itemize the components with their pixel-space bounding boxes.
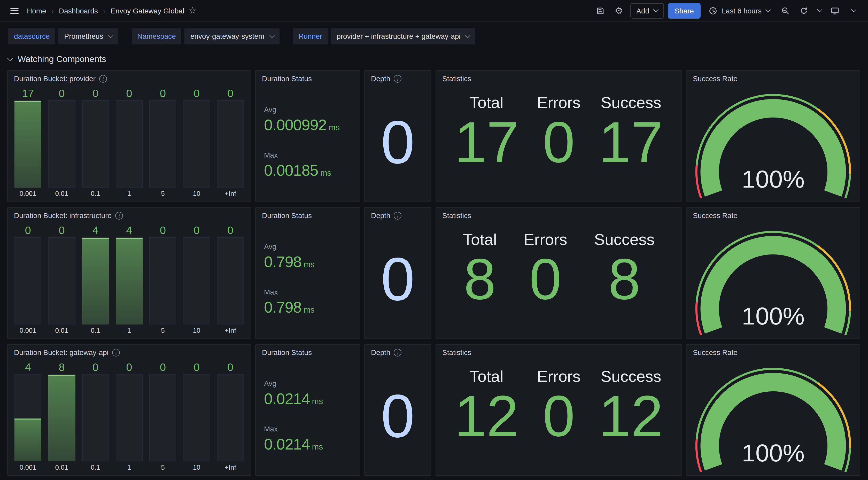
refresh-button[interactable] — [797, 3, 811, 18]
bar-value-label: 0 — [116, 86, 143, 100]
bar-track — [48, 100, 75, 187]
bar-value-label: 17 — [14, 86, 41, 100]
variable-label-namespace[interactable]: Namespace — [132, 28, 182, 44]
breadcrumb-home[interactable]: Home — [27, 6, 46, 15]
panel-header[interactable]: Duration Status — [256, 71, 360, 86]
bar-x-label: 10 — [183, 325, 210, 336]
panel-depth-provider: Depth i 0 — [364, 70, 431, 202]
bar-value-label: 0 — [217, 360, 244, 374]
bar-value-label: 0 — [48, 223, 75, 237]
time-range-picker[interactable]: Last 6 hours — [705, 3, 774, 18]
panel-header[interactable]: Depth i — [365, 71, 431, 86]
cycle-view-mode-button[interactable] — [828, 3, 842, 18]
collapse-navbar-button[interactable] — [846, 3, 861, 18]
bar-x-label: 10 — [183, 187, 210, 200]
panel-title: Duration Bucket: gateway-api — [14, 348, 108, 357]
share-button[interactable]: Share — [668, 3, 701, 18]
bar-column: 0 0.01 — [48, 223, 75, 336]
panel-title: Depth — [371, 348, 390, 357]
variable-label-datasource[interactable]: datasource — [8, 28, 56, 44]
panel-header[interactable]: Statistics — [436, 344, 681, 360]
panel-duration-bucket-provider: Duration Bucket: provider i 17 0.001 0 0… — [7, 70, 251, 202]
panel-header[interactable]: Success Rate — [687, 208, 860, 223]
panel-success-rate-gateway-api: Success Rate 100% — [686, 344, 860, 476]
bar-track — [149, 374, 177, 461]
bar-column: 4 0.001 — [14, 360, 41, 473]
info-icon[interactable]: i — [394, 349, 402, 356]
stat-errors-value: 0 — [543, 112, 575, 173]
favorite-star-button[interactable]: ☆ — [185, 3, 200, 18]
gear-icon: ⚙ — [615, 6, 623, 15]
chevron-down-icon — [851, 7, 856, 12]
star-icon: ☆ — [189, 5, 196, 16]
gauge-value: 100% — [742, 439, 804, 467]
max-label: Max — [264, 288, 351, 296]
variable-runner: Runner provider + infrastructure + gatew… — [293, 28, 475, 44]
info-icon[interactable]: i — [99, 74, 107, 82]
panel-grid: Duration Bucket: provider i 17 0.001 0 0… — [0, 69, 868, 476]
variable-value-namespace[interactable]: envoy-gateway-system — [185, 28, 279, 44]
variable-value-datasource[interactable]: Prometheus — [59, 28, 118, 44]
breadcrumb-dashboards[interactable]: Dashboards — [59, 6, 98, 15]
bar-chart: 17 0.001 0 0.01 0 0.1 0 1 — [8, 86, 251, 202]
success-rate-gauge: 100% — [687, 360, 860, 475]
info-icon[interactable]: i — [394, 212, 402, 219]
stat-errors: Errors 0 — [524, 231, 567, 310]
panel-header[interactable]: Depth i — [365, 208, 431, 223]
bar-track — [14, 100, 41, 187]
add-button-label: Add — [636, 6, 649, 15]
info-icon[interactable]: i — [112, 349, 120, 356]
panel-header[interactable]: Duration Bucket: infrastructure i — [8, 208, 251, 223]
menu-toggle-button[interactable] — [7, 3, 22, 18]
variable-value-runner[interactable]: provider + infrastructure + gateway-api — [331, 28, 475, 44]
save-dashboard-button[interactable] — [593, 3, 607, 18]
top-navigation: Home › Dashboards › Envoy Gateway Global… — [0, 0, 868, 22]
panel-header[interactable]: Statistics — [436, 71, 681, 86]
panel-duration-status-provider: Duration Status Avg 0.000992ms Max 0.001… — [255, 70, 360, 202]
bar-track — [116, 237, 143, 325]
avg-value: 0.000992 — [264, 116, 327, 133]
save-icon — [596, 6, 604, 15]
max-label: Max — [264, 425, 351, 433]
bar-fill — [116, 238, 143, 325]
stat-success: Success 17 — [599, 93, 663, 173]
success-rate-gauge: 100% — [687, 86, 860, 202]
panel-success-rate-provider: Success Rate 100% — [686, 70, 860, 202]
bar-value-label: 0 — [149, 86, 177, 100]
panel-header[interactable]: Statistics — [436, 208, 681, 223]
gauge-threshold-red — [696, 165, 701, 198]
panel-header[interactable]: Success Rate — [687, 71, 860, 86]
stat-total-value: 12 — [455, 386, 519, 447]
bar-x-label: 5 — [149, 187, 177, 200]
zoom-out-button[interactable] — [778, 3, 793, 18]
info-icon[interactable]: i — [394, 74, 402, 82]
bar-x-label: 0.001 — [14, 187, 41, 200]
bar-value-label: 0 — [116, 360, 143, 374]
info-icon[interactable]: i — [115, 212, 123, 219]
stat-total-label: Total — [463, 231, 497, 249]
gauge-body: 100% — [687, 86, 860, 202]
panel-header[interactable]: Success Rate — [687, 344, 860, 360]
depth-value: 0 — [381, 385, 414, 446]
max-stat: Max 0.0214ms — [264, 425, 351, 453]
panel-success-rate-infrastructure: Success Rate 100% — [686, 207, 860, 339]
nav-actions: ⚙ Add Share Last 6 hours — [593, 3, 861, 18]
row-watching-components[interactable]: Watching Components — [0, 50, 868, 69]
dashboard-settings-button[interactable]: ⚙ — [612, 3, 626, 18]
gauge-body: 100% — [687, 360, 860, 475]
bar-value-label: 0 — [149, 360, 177, 374]
bar-x-label: 10 — [183, 461, 210, 473]
panel-duration-status-gateway-api: Duration Status Avg 0.0214ms Max 0.0214m… — [255, 344, 360, 476]
panel-header[interactable]: Duration Bucket: gateway-api i — [8, 344, 251, 360]
variable-label-runner[interactable]: Runner — [293, 28, 328, 44]
panel-header[interactable]: Depth i — [365, 344, 431, 360]
panel-header[interactable]: Duration Status — [256, 344, 360, 360]
panel-header[interactable]: Duration Status — [256, 208, 360, 223]
stat-success-label: Success — [601, 93, 661, 112]
refresh-interval-dropdown[interactable] — [815, 3, 824, 18]
variable-value-text: Prometheus — [64, 32, 103, 40]
add-button[interactable]: Add — [630, 3, 664, 18]
hamburger-icon — [10, 7, 19, 14]
panel-header[interactable]: Duration Bucket: provider i — [8, 71, 251, 86]
max-unit: ms — [312, 442, 323, 451]
